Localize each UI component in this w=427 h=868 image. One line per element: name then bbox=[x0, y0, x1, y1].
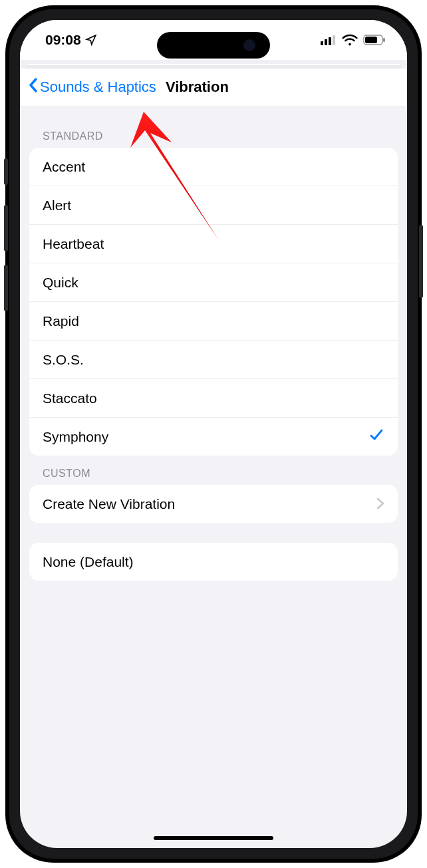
option-label: None (Default) bbox=[43, 554, 134, 570]
settings-sheet: Sounds & Haptics Vibration STANDARD Acce… bbox=[20, 69, 407, 780]
section-header-custom: CUSTOM bbox=[29, 456, 398, 485]
svg-rect-0 bbox=[321, 41, 323, 45]
status-time: 09:08 bbox=[45, 32, 81, 48]
back-button[interactable]: Sounds & Haptics bbox=[24, 74, 160, 100]
option-label: Staccato bbox=[43, 390, 97, 406]
ring-switch bbox=[4, 158, 8, 185]
option-label: Symphony bbox=[43, 429, 108, 445]
side-button bbox=[419, 225, 423, 298]
option-label: Alert bbox=[43, 198, 71, 214]
create-label: Create New Vibration bbox=[43, 496, 175, 512]
svg-rect-1 bbox=[325, 39, 327, 45]
volume-down bbox=[4, 265, 8, 311]
bottom-padding bbox=[29, 581, 398, 780]
chevron-left-icon bbox=[28, 77, 39, 97]
screen: 09:08 bbox=[20, 20, 407, 848]
svg-rect-3 bbox=[333, 35, 335, 45]
standard-group: Accent Alert Heartbeat Quick Rapid bbox=[29, 148, 398, 456]
home-indicator[interactable] bbox=[154, 836, 273, 840]
option-label: S.O.S. bbox=[43, 352, 84, 368]
nav-bar: Sounds & Haptics Vibration bbox=[20, 69, 407, 106]
vibration-option-staccato[interactable]: Staccato bbox=[29, 378, 398, 417]
chevron-right-icon bbox=[376, 495, 384, 513]
dynamic-island bbox=[157, 32, 270, 59]
vibration-option-alert[interactable]: Alert bbox=[29, 186, 398, 224]
vibration-option-accent[interactable]: Accent bbox=[29, 148, 398, 186]
svg-rect-5 bbox=[365, 37, 377, 43]
page-title: Vibration bbox=[160, 78, 229, 96]
vibration-option-heartbeat[interactable]: Heartbeat bbox=[29, 224, 398, 263]
vibration-option-none[interactable]: None (Default) bbox=[29, 543, 398, 581]
background-sheet-peek bbox=[25, 64, 402, 69]
wifi-icon bbox=[342, 34, 358, 46]
vibration-option-quick[interactable]: Quick bbox=[29, 263, 398, 301]
option-label: Heartbeat bbox=[43, 236, 104, 252]
phone-frame: 09:08 bbox=[5, 5, 422, 863]
cellular-icon bbox=[321, 35, 337, 45]
checkmark-icon bbox=[368, 427, 384, 446]
vibration-option-symphony[interactable]: Symphony bbox=[29, 417, 398, 456]
phone-bezel: 09:08 bbox=[9, 9, 418, 859]
vibration-option-rapid[interactable]: Rapid bbox=[29, 301, 398, 340]
custom-group: Create New Vibration bbox=[29, 485, 398, 523]
content-area[interactable]: STANDARD Accent Alert Heartbeat Quick bbox=[20, 106, 407, 780]
create-new-vibration[interactable]: Create New Vibration bbox=[29, 485, 398, 523]
svg-rect-6 bbox=[383, 38, 385, 42]
option-label: Quick bbox=[43, 275, 78, 291]
svg-rect-2 bbox=[329, 37, 331, 45]
volume-up bbox=[4, 205, 8, 251]
none-group: None (Default) bbox=[29, 543, 398, 581]
back-label: Sounds & Haptics bbox=[40, 78, 156, 96]
vibration-option-sos[interactable]: S.O.S. bbox=[29, 340, 398, 378]
option-label: Accent bbox=[43, 159, 85, 175]
section-header-standard: STANDARD bbox=[29, 118, 398, 148]
spacer bbox=[29, 523, 398, 543]
battery-icon bbox=[363, 35, 386, 45]
location-icon bbox=[85, 34, 97, 46]
option-label: Rapid bbox=[43, 313, 79, 329]
